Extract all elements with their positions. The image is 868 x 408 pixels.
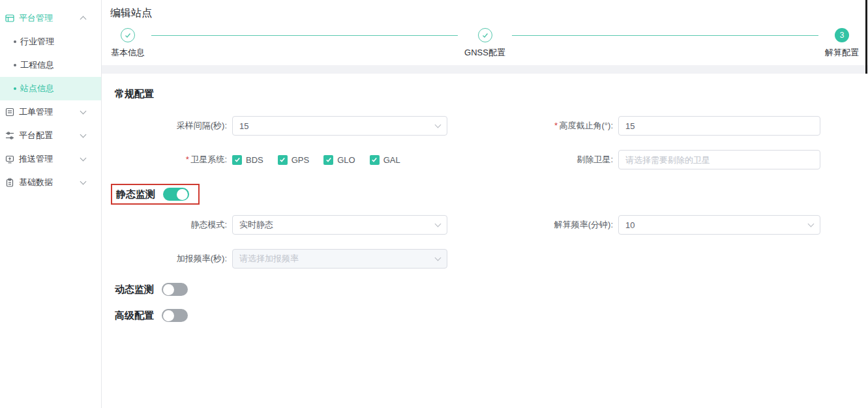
sample-interval-select[interactable]: 15 <box>232 116 447 136</box>
chevron-down-icon <box>435 254 441 261</box>
solution-frequency-value: 10 <box>625 220 809 230</box>
sidebar-item-label: 站点信息 <box>20 83 54 95</box>
sidebar-item-industry-management[interactable]: 行业管理 <box>0 30 101 53</box>
section-title-general-config: 常规配置 <box>115 88 855 100</box>
chevron-down-icon <box>80 108 87 115</box>
header-card: 编辑站点 基本信息 GNSS配置 3 <box>102 0 868 65</box>
form-row: 静态模式: 实时静态 解算频率(分钟): 10 <box>115 215 855 235</box>
step-check-icon <box>121 28 135 42</box>
settings-sliders-icon <box>5 130 15 141</box>
report-frequency-select[interactable]: 请选择加报频率 <box>232 249 447 269</box>
checked-checkbox-icon <box>278 155 288 165</box>
chevron-up-icon <box>80 16 87 23</box>
section-divider <box>102 65 868 74</box>
step-gnss-config[interactable]: GNSS配置 <box>464 28 505 59</box>
sidebar-item-label: 平台管理 <box>19 12 53 24</box>
step-basic-info[interactable]: 基本信息 <box>111 28 145 59</box>
page-title: 编辑站点 <box>102 0 868 20</box>
advanced-config-toggle[interactable] <box>162 309 188 322</box>
toggle-knob <box>163 310 174 321</box>
chevron-down-icon <box>435 220 441 227</box>
static-monitoring-toggle[interactable] <box>163 188 189 201</box>
advanced-config-label: 高级配置 <box>115 310 154 322</box>
step-check-icon <box>478 28 492 42</box>
sidebar-item-work-order-management[interactable]: 工单管理 <box>0 100 101 124</box>
sidebar-item-label: 工程信息 <box>20 59 54 71</box>
chevron-down-icon <box>808 220 815 227</box>
sidebar-item-site-info[interactable]: 站点信息 <box>0 77 101 100</box>
required-mark: * <box>185 154 188 164</box>
required-mark: * <box>554 121 557 130</box>
sidebar-item-label: 工单管理 <box>19 106 53 118</box>
chevron-down-icon <box>80 132 87 138</box>
static-mode-select[interactable]: 实时静态 <box>232 215 447 235</box>
bullet-icon <box>14 64 16 66</box>
dynamic-monitoring-toggle[interactable] <box>162 283 188 296</box>
chevron-down-icon <box>80 155 87 162</box>
form-row: *卫星系统: BDS GPS GLO <box>115 150 855 169</box>
sidebar-item-label: 平台配置 <box>19 130 53 141</box>
platform-icon <box>5 13 15 23</box>
sidebar-item-project-info[interactable]: 工程信息 <box>0 53 101 77</box>
form-row: 加报频率(秒): 请选择加报频率 <box>115 249 855 269</box>
step-label: GNSS配置 <box>464 47 505 59</box>
checkbox-gps[interactable]: GPS <box>278 155 309 165</box>
chevron-down-icon <box>435 121 441 128</box>
report-frequency-label: 加报频率(秒): <box>115 253 232 265</box>
step-number: 3 <box>835 28 849 42</box>
checked-checkbox-icon <box>370 155 380 165</box>
toggle-knob <box>163 284 174 295</box>
checked-checkbox-icon <box>232 155 242 165</box>
solution-frequency-select[interactable]: 10 <box>618 215 820 235</box>
step-label: 基本信息 <box>111 47 145 59</box>
sidebar-item-push-management[interactable]: 推送管理 <box>0 147 101 171</box>
sample-interval-label: 采样间隔(秒): <box>115 120 232 132</box>
static-monitoring-row: 静态监测 <box>115 184 855 205</box>
sidebar-item-basic-data[interactable]: 基础数据 <box>0 171 101 194</box>
checked-checkbox-icon <box>323 155 333 165</box>
advanced-config-row: 高级配置 <box>115 309 855 322</box>
clipboard-icon <box>5 177 15 188</box>
stepper: 基本信息 GNSS配置 3 解算配置 <box>102 28 868 59</box>
sidebar: 平台管理 行业管理 工程信息 站点信息 工单管理 <box>0 0 102 408</box>
checkbox-bds[interactable]: BDS <box>232 155 263 165</box>
dynamic-monitoring-label: 动态监测 <box>115 284 154 296</box>
elevation-mask-input[interactable] <box>618 116 820 136</box>
form-row: 采样间隔(秒): 15 *高度截止角(°): <box>115 116 855 136</box>
sample-interval-value: 15 <box>239 121 436 131</box>
report-frequency-placeholder: 请选择加报频率 <box>239 253 436 265</box>
step-connector <box>512 35 818 36</box>
sidebar-item-platform-management[interactable]: 平台管理 <box>0 7 101 30</box>
checkbox-glo[interactable]: GLO <box>323 155 355 165</box>
bullet-icon <box>14 87 16 90</box>
scrollbar[interactable] <box>865 0 867 74</box>
toggle-knob <box>177 189 188 200</box>
sidebar-item-label: 推送管理 <box>19 153 53 165</box>
solution-frequency-label: 解算频率(分钟): <box>467 219 618 231</box>
chevron-down-icon <box>80 179 87 185</box>
dynamic-monitoring-row: 动态监测 <box>115 283 855 296</box>
app-root: 平台管理 行业管理 工程信息 站点信息 工单管理 <box>0 0 868 408</box>
sidebar-item-label: 基础数据 <box>19 177 53 188</box>
step-label: 解算配置 <box>825 47 859 59</box>
static-mode-value: 实时静态 <box>239 219 436 231</box>
push-icon <box>5 154 15 164</box>
main-content: 编辑站点 基本信息 GNSS配置 3 <box>102 0 868 408</box>
work-order-icon <box>5 107 15 117</box>
sidebar-item-label: 行业管理 <box>20 36 54 48</box>
static-monitoring-label: 静态监测 <box>116 188 155 201</box>
satellite-system-checkbox-group: BDS GPS GLO GAL <box>232 155 400 165</box>
checkbox-gal[interactable]: GAL <box>370 155 400 165</box>
satellite-system-label: *卫星系统: <box>115 154 232 166</box>
exclude-satellites-label: 剔除卫星: <box>467 154 618 166</box>
step-connector <box>151 35 458 36</box>
sidebar-item-platform-config[interactable]: 平台配置 <box>0 124 101 147</box>
highlight-annotation-box: 静态监测 <box>111 184 200 205</box>
exclude-satellites-input[interactable] <box>618 150 820 169</box>
elevation-mask-label: *高度截止角(°): <box>467 120 618 132</box>
form-card: 常规配置 采样间隔(秒): 15 *高度截止角(°): *卫 <box>102 74 868 322</box>
static-mode-label: 静态模式: <box>115 219 232 231</box>
step-solution-config[interactable]: 3 解算配置 <box>825 28 859 59</box>
bullet-icon <box>14 40 16 43</box>
